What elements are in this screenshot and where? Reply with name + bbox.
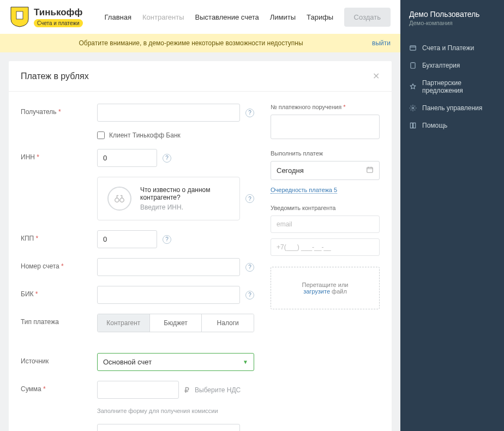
seg-counterparty[interactable]: Контрагент xyxy=(98,314,149,332)
label-bik: БИК * xyxy=(21,286,97,298)
svg-rect-0 xyxy=(16,11,23,19)
svg-rect-3 xyxy=(367,167,373,172)
purpose-textarea[interactable] xyxy=(97,424,240,431)
label-account-no: Номер счета * xyxy=(21,258,97,270)
panel-title: Платеж в рублях xyxy=(21,71,89,81)
chevron-down-icon: ▼ xyxy=(243,359,248,365)
fee-hint: Заполните форму для получения комиссии xyxy=(97,408,254,414)
label-order-no: № платежного поручения * xyxy=(271,104,380,110)
ruble-icon: ₽ xyxy=(184,386,189,394)
label-pay-type: Тип платежа xyxy=(21,314,97,326)
help-icon[interactable]: ? xyxy=(245,194,254,203)
header: Тинькофф Счета и платежи Главная Контраг… xyxy=(0,0,400,34)
main-nav: Главная Контрагенты Выставление счета Ли… xyxy=(105,13,334,21)
pay-type-segment: Контрагент Бюджет Налоги xyxy=(97,314,254,332)
order-no-input[interactable] xyxy=(271,115,380,139)
payment-panel: Платеж в рублях ✕ Получатель * ? xyxy=(9,61,392,431)
help-icon[interactable]: ? xyxy=(245,109,254,117)
client-tinkoff-box[interactable] xyxy=(97,131,105,139)
nav-invoicing[interactable]: Выставление счета xyxy=(195,13,259,21)
close-icon[interactable]: ✕ xyxy=(373,71,380,81)
execute-date-input[interactable]: Сегодня xyxy=(271,161,380,180)
info-hint: Введите ИНН. xyxy=(140,203,230,211)
gear-icon xyxy=(409,104,417,112)
binoculars-icon xyxy=(107,187,131,211)
sidebar-item-help[interactable]: Помощь xyxy=(400,117,504,134)
sidebar-item-accounts[interactable]: Счета и Платежи xyxy=(400,39,504,57)
svg-rect-5 xyxy=(411,63,415,69)
help-icon[interactable]: ? xyxy=(245,291,254,300)
counterparty-info-card: Что известно о данном контрагенте? Введи… xyxy=(97,177,240,220)
inn-input[interactable] xyxy=(97,149,157,167)
sidebar-item-accounting[interactable]: Бухгалтерия xyxy=(400,57,504,74)
client-tinkoff-checkbox[interactable]: Клиент Тинькофф Банк xyxy=(97,131,254,139)
brand-name: Тинькофф xyxy=(34,7,83,18)
calendar-icon xyxy=(366,166,374,175)
brand-badge: Счета и платежи xyxy=(34,19,83,27)
wallet-icon xyxy=(409,44,417,52)
account-no-input[interactable] xyxy=(97,258,240,276)
vat-link[interactable]: Выберите НДС xyxy=(195,386,241,394)
banner-text: Обратите внимание, в демо-режиме некотор… xyxy=(10,39,372,47)
svg-point-1 xyxy=(115,198,119,202)
user-company: Демо-компания xyxy=(409,20,495,26)
create-button[interactable]: Создать xyxy=(344,8,391,27)
source-select[interactable]: Основной счет ▼ xyxy=(97,353,254,371)
help-icon[interactable]: ? xyxy=(245,263,254,272)
book-icon xyxy=(409,122,417,129)
label-inn: ИНН * xyxy=(21,149,97,161)
nav-tariffs[interactable]: Тарифы xyxy=(307,13,333,21)
label-source: Источник xyxy=(21,353,97,365)
label-purpose: Назначение платежа * xyxy=(21,424,97,431)
label-recipient: Получатель * xyxy=(21,104,97,116)
shield-icon xyxy=(10,6,29,28)
label-execute: Выполнить платеж xyxy=(271,150,380,157)
sidebar-item-partners[interactable]: Партнерские предложения xyxy=(400,74,504,99)
nav-counterparties[interactable]: Контрагенты xyxy=(142,13,184,21)
priority-link[interactable]: Очередность платежа 5 xyxy=(271,187,337,194)
seg-budget[interactable]: Бюджет xyxy=(149,314,202,332)
star-icon xyxy=(409,83,417,91)
svg-point-2 xyxy=(120,198,124,202)
kpp-input[interactable] xyxy=(97,230,157,248)
nav-limits[interactable]: Лимиты xyxy=(270,13,296,21)
help-icon[interactable]: ? xyxy=(163,154,171,163)
upload-link[interactable]: загрузите xyxy=(303,288,330,295)
label-kpp: КПП * xyxy=(21,230,97,242)
seg-taxes[interactable]: Налоги xyxy=(201,314,254,332)
clipboard-icon xyxy=(409,62,417,69)
svg-point-6 xyxy=(412,107,414,109)
notify-email-input[interactable]: email xyxy=(271,216,380,233)
recipient-input[interactable] xyxy=(97,104,240,122)
sidebar-item-admin[interactable]: Панель управления xyxy=(400,99,504,117)
logo[interactable]: Тинькофф Счета и платежи xyxy=(10,6,83,28)
amount-input[interactable] xyxy=(97,381,179,399)
label-notify: Уведомить контрагента xyxy=(271,205,380,211)
sidebar: Демо Пользователь Демо-компания Счета и … xyxy=(400,0,504,431)
bik-input[interactable] xyxy=(97,286,240,304)
exit-link[interactable]: выйти xyxy=(372,39,391,47)
nav-home[interactable]: Главная xyxy=(105,13,131,21)
user-name: Демо Пользователь xyxy=(409,10,495,19)
label-amount: Сумма * xyxy=(21,381,97,393)
demo-banner: Обратите внимание, в демо-режиме некотор… xyxy=(0,34,400,52)
file-dropzone[interactable]: Перетащите или загрузите файл xyxy=(271,267,380,309)
svg-rect-4 xyxy=(410,46,416,50)
notify-phone-input[interactable]: +7(___) ___-__-__ xyxy=(271,238,380,256)
help-icon[interactable]: ? xyxy=(163,235,171,244)
info-question: Что известно о данном контрагенте? xyxy=(140,186,230,201)
